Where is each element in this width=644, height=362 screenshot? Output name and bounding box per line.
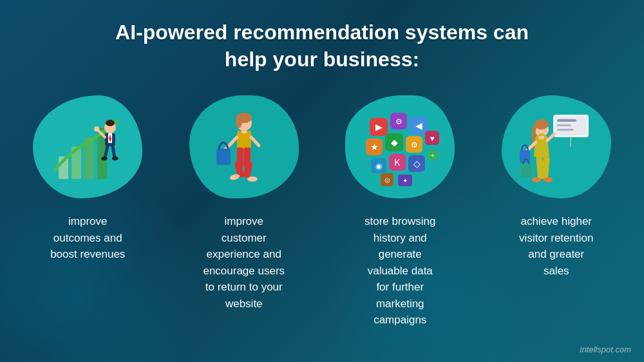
svg-text:▶: ▶	[375, 122, 383, 132]
card-experience-blob	[189, 95, 299, 198]
cards-row: improveoutcomes andboost revenues	[13, 92, 631, 329]
card-retention-blob	[502, 95, 611, 198]
svg-line-28	[251, 137, 259, 146]
shopper-billboard-icon	[515, 105, 598, 189]
card-revenues-blob	[33, 95, 142, 198]
svg-rect-60	[557, 129, 574, 131]
svg-text:⚙: ⚙	[395, 117, 402, 126]
card-experience: improvecustomerexperience andencourage u…	[173, 92, 315, 312]
svg-point-71	[544, 177, 553, 182]
svg-text:♥: ♥	[430, 134, 435, 143]
svg-rect-18	[237, 131, 251, 149]
apps-icons-icon: ▶ ⚙ ◀ ★ ◆ ⚙ ♥ ◉	[358, 105, 442, 189]
svg-point-13	[112, 157, 118, 160]
svg-text:◉: ◉	[375, 162, 382, 171]
svg-text:◆: ◆	[391, 137, 398, 148]
svg-rect-59	[557, 124, 571, 126]
shopper-walking-icon	[202, 105, 286, 189]
svg-rect-69	[542, 157, 550, 180]
card-data-blob-container: ▶ ⚙ ◀ ★ ◆ ⚙ ♥ ◉	[342, 92, 458, 202]
svg-text:◇: ◇	[413, 158, 421, 169]
svg-text:K: K	[395, 157, 401, 167]
svg-rect-19	[242, 129, 247, 133]
card-experience-text: improvecustomerexperience andencourage u…	[203, 213, 285, 312]
svg-line-11	[113, 146, 115, 158]
svg-point-70	[532, 177, 541, 182]
card-retention-blob-container	[498, 92, 614, 202]
svg-text:+: +	[431, 152, 435, 159]
svg-point-62	[535, 119, 549, 129]
card-retention: achieve highervisitor retentionand great…	[486, 92, 627, 279]
svg-text:◎: ◎	[384, 176, 390, 184]
card-retention-text: achieve highervisitor retentionand great…	[519, 213, 593, 279]
svg-point-12	[101, 157, 108, 160]
svg-text:★: ★	[370, 142, 379, 152]
card-revenues: improveoutcomes andboost revenues	[17, 92, 158, 263]
svg-text:◀: ◀	[415, 120, 422, 131]
svg-point-17	[236, 115, 242, 128]
main-container: AI-powered recommendation systems can he…	[0, 0, 644, 362]
svg-rect-58	[557, 119, 576, 122]
card-data: ▶ ⚙ ◀ ★ ◆ ⚙ ♥ ◉	[329, 92, 471, 329]
card-data-text: store browsinghistory andgeneratevaluabl…	[365, 213, 436, 329]
svg-point-14	[94, 126, 99, 131]
svg-line-67	[547, 134, 554, 140]
card-revenues-blob-container	[30, 92, 146, 202]
page-title: AI-powered recommendation systems can he…	[115, 19, 529, 73]
svg-rect-66	[521, 164, 531, 177]
svg-point-5	[106, 120, 115, 126]
card-revenues-text: improveoutcomes andboost revenues	[50, 213, 125, 263]
svg-text:✦: ✦	[402, 177, 408, 184]
svg-point-25	[247, 176, 258, 182]
svg-text:⚙: ⚙	[411, 140, 418, 149]
svg-rect-27	[216, 149, 231, 165]
card-experience-blob-container	[186, 92, 302, 202]
card-data-blob: ▶ ⚙ ◀ ★ ◆ ⚙ ♥ ◉	[345, 95, 455, 198]
svg-rect-63	[539, 136, 544, 139]
businessman-chart-icon	[46, 105, 129, 189]
